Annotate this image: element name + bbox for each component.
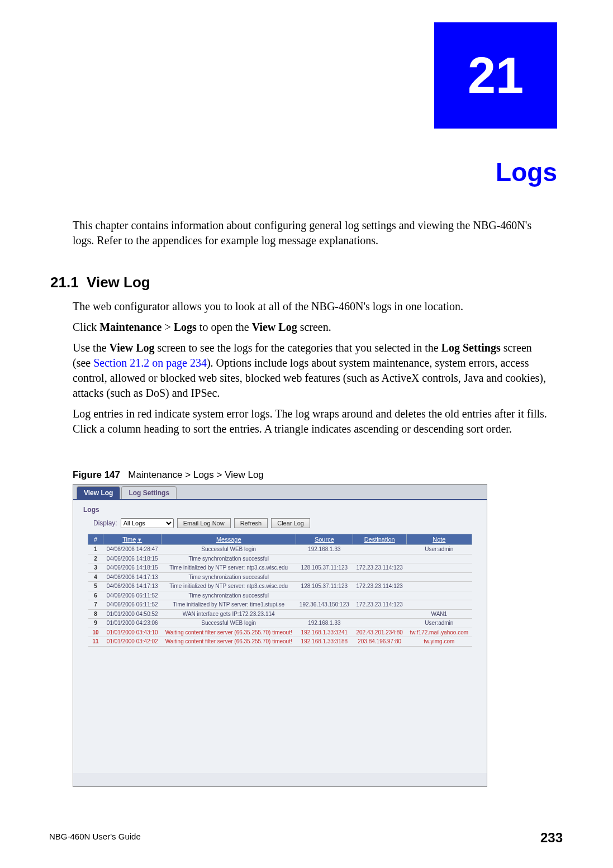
cell-time: 04/06/2006 06:11:52 bbox=[103, 600, 161, 610]
cell-time: 04/06/2006 14:17:13 bbox=[103, 572, 161, 582]
refresh-button[interactable]: Refresh bbox=[234, 518, 268, 528]
display-select[interactable]: All Logs bbox=[121, 518, 174, 528]
cell-time: 04/06/2006 14:17:13 bbox=[103, 582, 161, 591]
cell-index: 9 bbox=[88, 619, 103, 628]
panel-logs: Logs Display: All Logs Email Log Now Ref… bbox=[73, 499, 487, 773]
cell-destination bbox=[353, 545, 406, 554]
cell-index: 7 bbox=[88, 600, 103, 610]
cell-time: 04/06/2006 14:28:47 bbox=[103, 545, 161, 554]
cell-message: Successful WEB login bbox=[161, 619, 296, 628]
section-p3: Use the View Log screen to see the logs … bbox=[73, 340, 550, 401]
table-row: 304/06/2006 14:18:15Time initialized by … bbox=[88, 563, 472, 573]
section-body: The web configurator allows you to look … bbox=[73, 299, 550, 442]
chapter-intro: This chapter contains information about … bbox=[73, 218, 548, 248]
clear-log-button[interactable]: Clear Log bbox=[271, 518, 310, 528]
cell-note: User:admin bbox=[406, 545, 472, 554]
cell-destination: 203.84.196.97:80 bbox=[353, 637, 406, 647]
cross-ref-link[interactable]: Section 21.2 on page 234 bbox=[93, 357, 207, 369]
table-row: 1001/01/2000 03:43:10Waiting content fil… bbox=[88, 628, 472, 637]
cell-time: 01/01/2000 04:23:06 bbox=[103, 619, 161, 628]
cell-message: Time synchronization successful bbox=[161, 554, 296, 563]
col-index[interactable]: # bbox=[88, 534, 103, 545]
sort-desc-icon: ▼ bbox=[137, 537, 142, 543]
cell-index: 2 bbox=[88, 554, 103, 563]
tab-log-settings[interactable]: Log Settings bbox=[121, 486, 177, 499]
cell-message: Successful WEB login bbox=[161, 545, 296, 554]
cell-source: 192.168.1.33:3188 bbox=[296, 637, 353, 647]
cell-source bbox=[296, 591, 353, 600]
cell-index: 6 bbox=[88, 591, 103, 600]
cell-note bbox=[406, 563, 472, 573]
col-message[interactable]: Message bbox=[161, 534, 296, 545]
cell-destination bbox=[353, 591, 406, 600]
cell-destination bbox=[353, 572, 406, 582]
section-p2: Click Maintenance > Logs to open the Vie… bbox=[73, 320, 550, 335]
footer-guide: NBG-460N User's Guide bbox=[49, 832, 141, 841]
cell-time: 01/01/2000 03:42:02 bbox=[103, 637, 161, 647]
log-table: # Time▼ Message Source Destination Note … bbox=[88, 534, 472, 647]
chapter-number: 21 bbox=[468, 47, 524, 105]
cell-time: 04/06/2006 14:18:15 bbox=[103, 563, 161, 573]
cell-note bbox=[406, 600, 472, 610]
section-title: View Log bbox=[87, 274, 150, 291]
cell-message: Time initialized by NTP server: ntp3.cs.… bbox=[161, 563, 296, 573]
tab-view-log[interactable]: View Log bbox=[77, 486, 120, 499]
tab-bar: View Log Log Settings bbox=[73, 485, 487, 499]
table-row: 504/06/2006 14:17:13Time initialized by … bbox=[88, 582, 472, 591]
cell-source: 128.105.37.11:123 bbox=[296, 582, 353, 591]
cell-destination bbox=[353, 609, 406, 619]
email-log-button[interactable]: Email Log Now bbox=[177, 518, 231, 528]
cell-index: 10 bbox=[88, 628, 103, 637]
col-source[interactable]: Source bbox=[296, 534, 353, 545]
cell-message: Time initialized by NTP server: time1.st… bbox=[161, 600, 296, 610]
cell-note bbox=[406, 591, 472, 600]
cell-destination bbox=[353, 554, 406, 563]
cell-source: 192.168.1.33:3241 bbox=[296, 628, 353, 637]
cell-source: 128.105.37.11:123 bbox=[296, 563, 353, 573]
cell-source bbox=[296, 554, 353, 563]
cell-message: Time synchronization successful bbox=[161, 572, 296, 582]
cell-source: 192.36.143.150:123 bbox=[296, 600, 353, 610]
cell-note: User:admin bbox=[406, 619, 472, 628]
cell-index: 8 bbox=[88, 609, 103, 619]
cell-time: 01/01/2000 03:43:10 bbox=[103, 628, 161, 637]
cell-message: Waiting content filter server (66.35.255… bbox=[161, 628, 296, 637]
cell-note: tw.yimg.com bbox=[406, 637, 472, 647]
cell-destination: 172.23.23.114:123 bbox=[353, 582, 406, 591]
chapter-number-box: 21 bbox=[434, 22, 557, 129]
display-label: Display: bbox=[93, 519, 117, 527]
cell-time: 01/01/2000 04:50:52 bbox=[103, 609, 161, 619]
cell-source bbox=[296, 609, 353, 619]
cell-destination bbox=[353, 619, 406, 628]
cell-note bbox=[406, 572, 472, 582]
cell-source: 192.168.1.33 bbox=[296, 619, 353, 628]
section-number: 21.1 bbox=[50, 274, 79, 291]
table-row: 801/01/2000 04:50:52WAN interface gets I… bbox=[88, 609, 472, 619]
cell-message: WAN interface gets IP:172.23.23.114 bbox=[161, 609, 296, 619]
table-row: 1101/01/2000 03:42:02Waiting content fil… bbox=[88, 637, 472, 647]
panel-title: Logs bbox=[83, 506, 481, 514]
figure-label: Figure 147 bbox=[73, 469, 120, 480]
cell-source: 192.168.1.33 bbox=[296, 545, 353, 554]
screenshot-view-log: View Log Log Settings Logs Display: All … bbox=[73, 484, 487, 787]
cell-time: 04/06/2006 06:11:52 bbox=[103, 591, 161, 600]
figure-caption: Figure 147 Maintenance > Logs > View Log bbox=[73, 469, 550, 481]
cell-index: 11 bbox=[88, 637, 103, 647]
table-row: 104/06/2006 14:28:47Successful WEB login… bbox=[88, 545, 472, 554]
controls-row: Display: All Logs Email Log Now Refresh … bbox=[93, 518, 481, 528]
cell-note: tw.f172.mail.yahoo.com bbox=[406, 628, 472, 637]
table-row: 901/01/2000 04:23:06Successful WEB login… bbox=[88, 619, 472, 628]
col-note[interactable]: Note bbox=[406, 534, 472, 545]
col-destination[interactable]: Destination bbox=[353, 534, 406, 545]
chapter-title: Logs bbox=[82, 157, 557, 187]
section-p1: The web configurator allows you to look … bbox=[73, 299, 550, 314]
section-p4: Log entries in red indicate system error… bbox=[73, 406, 550, 437]
col-time[interactable]: Time▼ bbox=[103, 534, 161, 545]
cell-destination: 172.23.23.114:123 bbox=[353, 600, 406, 610]
cell-message: Waiting content filter server (66.35.255… bbox=[161, 637, 296, 647]
figure-text: Maintenance > Logs > View Log bbox=[128, 469, 264, 480]
cell-note bbox=[406, 582, 472, 591]
table-row: 204/06/2006 14:18:15Time synchronization… bbox=[88, 554, 472, 563]
cell-note: WAN1 bbox=[406, 609, 472, 619]
cell-time: 04/06/2006 14:18:15 bbox=[103, 554, 161, 563]
